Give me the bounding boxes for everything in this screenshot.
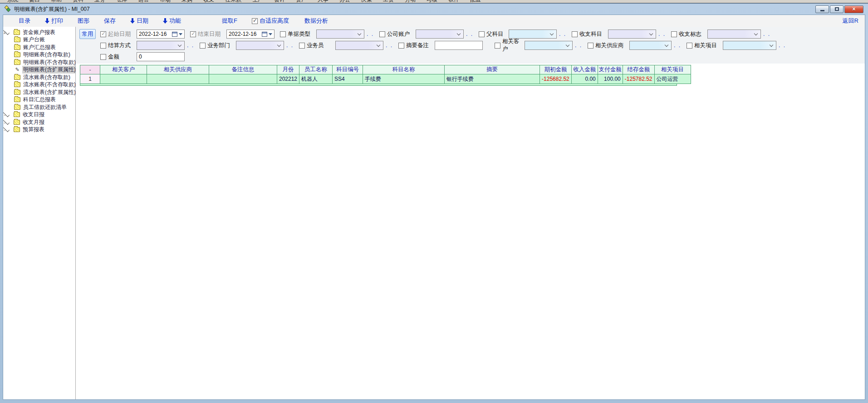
- tree-node-flow-with-deposit[interactable]: 流水账表(含存取款): [13, 74, 75, 81]
- save-button[interactable]: 保存: [104, 17, 116, 25]
- extract-button[interactable]: 提取F: [222, 17, 237, 25]
- col-opening-amount[interactable]: 期初金额: [540, 65, 572, 74]
- doc-type-select[interactable]: [316, 29, 364, 39]
- menu-item[interactable]: 配置: [465, 0, 486, 3]
- salesman-checkbox[interactable]: [299, 43, 305, 49]
- summary-note-input[interactable]: [435, 41, 483, 50]
- related-project-browse-button[interactable]: . .: [779, 42, 786, 49]
- menu-item[interactable]: 劳动: [399, 0, 421, 3]
- tree-node-account-summary[interactable]: 账户汇总报表: [13, 44, 75, 51]
- doc-type-checkbox[interactable]: [280, 31, 286, 37]
- data-analysis-button[interactable]: 数据分析: [304, 17, 328, 25]
- menu-item[interactable]: 系统: [2, 0, 24, 3]
- menu-item[interactable]: 仓库: [111, 0, 132, 3]
- biz-dept-browse-button[interactable]: . .: [286, 42, 294, 49]
- col-related-project[interactable]: 相关项目: [654, 65, 691, 74]
- col-note-info[interactable]: 备注信息: [209, 65, 277, 74]
- menu-item[interactable]: 人事: [312, 0, 334, 3]
- menu-item[interactable]: 业务: [89, 0, 111, 3]
- end-date-checkbox[interactable]: [190, 31, 196, 37]
- tree-node-monthly-inout-report[interactable]: ›收支月报: [3, 118, 75, 126]
- tree-node-employee-loan-list[interactable]: 员工借款还款清单: [13, 103, 75, 111]
- return-button[interactable]: 返回R: [843, 17, 858, 25]
- window-titlebar[interactable]: 明细账表(含扩展属性) - MI_007 ×: [3, 4, 865, 15]
- company-account-checkbox[interactable]: [379, 31, 385, 37]
- col-income-amount[interactable]: 收入金额: [571, 65, 598, 74]
- inout-flag-browse-button[interactable]: . .: [763, 31, 770, 37]
- menu-item[interactable]: 工资: [378, 0, 399, 3]
- amount-checkbox[interactable]: [100, 54, 106, 60]
- date-button[interactable]: 日期: [130, 17, 148, 25]
- col-related-customer[interactable]: 相关客户: [100, 65, 147, 74]
- catalog-button[interactable]: 目录: [19, 17, 30, 25]
- col-employee-name[interactable]: 员工名称: [299, 65, 333, 74]
- company-account-select[interactable]: [416, 29, 464, 39]
- salesman-browse-button[interactable]: . .: [386, 42, 393, 49]
- close-button[interactable]: ×: [844, 5, 863, 13]
- print-button[interactable]: 打印: [45, 17, 63, 25]
- tree-node-funds-account-reports[interactable]: ∨ 资金账户报表: [3, 29, 75, 36]
- tree-node-subject-summary[interactable]: 科目汇总报表: [13, 96, 75, 103]
- tree-node-detail-with-deposit[interactable]: 明细账表(含存取款): [13, 51, 75, 59]
- function-button[interactable]: 功能: [163, 17, 181, 25]
- related-supplier-browse-button[interactable]: . .: [674, 42, 681, 49]
- minimize-button[interactable]: [815, 5, 829, 13]
- menu-item[interactable]: 资产: [290, 0, 312, 3]
- inout-flag-select[interactable]: [707, 29, 761, 39]
- menu-item[interactable]: 往来款: [220, 0, 247, 3]
- chevron-right-icon[interactable]: ›: [3, 111, 10, 117]
- menu-item[interactable]: 生产: [247, 0, 269, 3]
- menu-item[interactable]: 帮助: [45, 0, 67, 3]
- menu-item[interactable]: 考核: [421, 0, 443, 3]
- salesman-select[interactable]: [335, 41, 383, 50]
- doc-type-browse-button[interactable]: . .: [367, 31, 374, 37]
- menu-item[interactable]: 软件: [443, 0, 465, 3]
- settle-method-checkbox[interactable]: [100, 43, 106, 49]
- dropdown-arrow-icon[interactable]: [269, 33, 272, 35]
- summary-note-checkbox[interactable]: [398, 43, 404, 49]
- amount-input[interactable]: [137, 52, 185, 61]
- autofit-height-checkbox[interactable]: 自适应高度: [252, 17, 289, 25]
- col-subject-name[interactable]: 科目名称: [363, 65, 445, 74]
- menu-item[interactable]: 资料: [67, 0, 89, 3]
- biz-dept-select[interactable]: [236, 41, 284, 50]
- related-customer-browse-button[interactable]: . .: [575, 42, 582, 49]
- chevron-right-icon[interactable]: ›: [3, 126, 10, 132]
- menu-item[interactable]: 办公: [334, 0, 356, 3]
- related-project-checkbox[interactable]: [687, 43, 692, 49]
- col-month[interactable]: 月份: [277, 65, 299, 74]
- tree-node-account-ledger[interactable]: 账户台账: [13, 36, 75, 44]
- parent-subject-select[interactable]: [509, 29, 557, 39]
- inout-subject-select[interactable]: [608, 29, 656, 39]
- tree-node-detail-with-ext-attrs-selected[interactable]: ✎明细账表(含扩展属性): [13, 66, 75, 74]
- chevron-down-icon[interactable]: ∨: [3, 28, 10, 34]
- settle-method-select[interactable]: [137, 41, 185, 50]
- menu-item[interactable]: 决策: [356, 0, 378, 3]
- dropdown-arrow-icon[interactable]: [179, 33, 182, 35]
- graph-button[interactable]: 图形: [78, 17, 89, 25]
- settle-method-browse-button[interactable]: . .: [187, 42, 194, 49]
- menu-item[interactable]: 采购: [176, 0, 198, 3]
- col-related-supplier[interactable]: 相关供应商: [147, 65, 209, 74]
- menu-item[interactable]: 窗口: [24, 0, 45, 3]
- maximize-button[interactable]: [830, 5, 843, 13]
- tree-node-daily-inout-report[interactable]: ›收支日报: [3, 111, 75, 118]
- col-summary[interactable]: 摘要: [445, 65, 540, 74]
- table-row[interactable]: 1 202212 机器人 SS4 手续费 银行手续费 -125682.: [80, 74, 691, 84]
- inout-flag-checkbox[interactable]: [671, 31, 677, 37]
- related-supplier-select[interactable]: [629, 41, 672, 50]
- tab-common[interactable]: 常用: [79, 29, 96, 39]
- col-subject-code[interactable]: 科目编号: [333, 65, 363, 74]
- menu-item[interactable]: 收支: [198, 0, 220, 3]
- biz-dept-checkbox[interactable]: [200, 43, 206, 49]
- chevron-right-icon[interactable]: ›: [3, 118, 10, 124]
- col-rownum[interactable]: -: [80, 65, 100, 74]
- col-payment-amount[interactable]: 支付金额: [598, 65, 623, 74]
- inout-subject-browse-button[interactable]: . .: [658, 31, 666, 37]
- tree-node-detail-without-deposit[interactable]: 明细账表(不含存取款): [13, 59, 75, 66]
- related-customer-checkbox[interactable]: [495, 43, 500, 49]
- related-customer-select[interactable]: [525, 41, 573, 50]
- tree-node-flow-without-deposit[interactable]: 流水账表(不含存取款): [13, 81, 75, 88]
- menu-item[interactable]: 会计: [269, 0, 290, 3]
- start-date-input[interactable]: 2022-12-16: [137, 29, 185, 39]
